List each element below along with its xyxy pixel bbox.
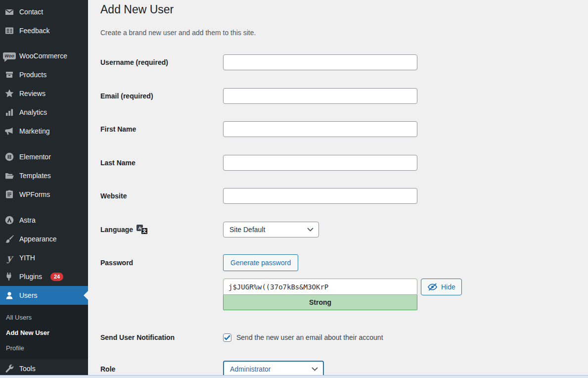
last-name-input[interactable] <box>223 155 417 171</box>
sidebar-item-marketing[interactable]: Marketing <box>0 122 88 141</box>
sidebar-item-label: Contact <box>19 8 43 16</box>
elementor-icon <box>4 152 14 162</box>
checkmark-icon <box>224 335 230 340</box>
password-input[interactable] <box>223 279 417 295</box>
sidebar-item-label: YITH <box>19 254 35 262</box>
folder-icon <box>4 171 14 181</box>
sidebar-item-analytics[interactable]: Analytics <box>0 103 88 122</box>
submenu-item-profile[interactable]: Profile <box>0 340 88 356</box>
username-label: Username (required) <box>100 58 223 66</box>
send-notification-checkbox[interactable] <box>223 333 231 342</box>
hide-password-button[interactable]: Hide <box>421 279 462 295</box>
chevron-down-icon <box>307 228 314 232</box>
email-input[interactable] <box>223 88 417 104</box>
sidebar-item-templates[interactable]: Templates <box>0 166 88 185</box>
send-notification-checkbox-label[interactable]: Send the new user an email about their a… <box>236 333 383 341</box>
submenu-item-all-users[interactable]: All Users <box>0 310 88 325</box>
sidebar-item-users[interactable]: Users <box>0 286 88 305</box>
sidebar-item-label: Feedback <box>19 27 49 35</box>
sidebar-item-label: Marketing <box>19 127 49 135</box>
sidebar-item-label: Users <box>19 291 38 299</box>
sidebar-item-label: Astra <box>19 216 36 224</box>
sidebar-item-label: Elementor <box>19 153 51 161</box>
paintbrush-icon <box>4 234 14 244</box>
megaphone-icon <box>4 126 14 136</box>
admin-sidebar: Contact Feedback Woo WooCommerce Product… <box>0 0 88 378</box>
submenu-item-add-new-user[interactable]: Add New User <box>0 325 88 340</box>
sidebar-item-products[interactable]: Products <box>0 65 88 84</box>
hide-button-label: Hide <box>441 283 455 291</box>
role-selected-value: Administrator <box>230 365 271 373</box>
sidebar-item-yith[interactable]: y YITH <box>0 248 88 267</box>
user-icon <box>4 290 14 300</box>
email-label: Email (required) <box>100 92 223 100</box>
page-title: Add New User <box>100 3 174 16</box>
sidebar-item-contact[interactable]: Contact <box>0 2 88 21</box>
wrench-icon <box>4 364 14 374</box>
eye-slash-icon <box>427 283 438 291</box>
translation-icon: A文 <box>136 225 148 235</box>
sidebar-item-label: Plugins <box>19 273 42 281</box>
language-label: LanguageA文 <box>100 225 223 235</box>
chevron-down-icon <box>312 367 318 371</box>
language-select[interactable]: Site Default <box>223 222 319 237</box>
website-label: Website <box>100 192 223 200</box>
sidebar-item-appearance[interactable]: Appearance <box>0 230 88 248</box>
username-input[interactable] <box>223 54 417 70</box>
main-content: Add New User Create a brand new user and… <box>88 0 588 378</box>
sidebar-item-label: Products <box>19 71 46 79</box>
users-submenu: All Users Add New User Profile <box>0 305 88 359</box>
sidebar-item-reviews[interactable]: Reviews <box>0 84 88 103</box>
sidebar-item-wpforms[interactable]: WPForms <box>0 185 88 204</box>
sidebar-item-label: Reviews <box>19 90 45 97</box>
send-user-notification-label: Send User Notification <box>100 333 223 341</box>
yith-icon: y <box>4 253 14 263</box>
bar-chart-icon <box>4 107 14 117</box>
sidebar-item-astra[interactable]: Astra <box>0 211 88 230</box>
sidebar-item-label: Templates <box>19 172 51 180</box>
website-input[interactable] <box>223 188 417 204</box>
page-subtitle: Create a brand new user and add them to … <box>100 29 256 37</box>
password-field-group: Strong <box>223 279 417 310</box>
sidebar-item-elementor[interactable]: Elementor <box>0 147 88 166</box>
feedback-form-icon <box>4 26 14 36</box>
astra-icon <box>4 215 14 225</box>
sidebar-item-woocommerce[interactable]: Woo WooCommerce <box>0 47 88 65</box>
sidebar-item-feedback[interactable]: Feedback <box>0 21 88 40</box>
box-icon <box>4 70 14 80</box>
first-name-input[interactable] <box>223 121 417 137</box>
window-bottom-edge <box>0 375 588 378</box>
plugins-update-badge: 24 <box>50 273 63 281</box>
password-strength-indicator: Strong <box>223 295 417 310</box>
clipboard-form-icon <box>4 189 14 199</box>
last-name-label: Last Name <box>100 159 223 167</box>
password-label: Password <box>100 259 223 267</box>
star-icon <box>4 89 14 98</box>
plug-icon <box>4 272 14 282</box>
sidebar-item-label: Analytics <box>19 108 47 116</box>
role-label: Role <box>100 365 223 373</box>
generate-password-button[interactable]: Generate password <box>223 254 298 271</box>
sidebar-item-plugins[interactable]: Plugins 24 <box>0 267 88 286</box>
sidebar-item-label: Appearance <box>19 235 57 243</box>
language-selected-value: Site Default <box>229 226 265 234</box>
envelope-icon <box>4 7 14 17</box>
woocommerce-icon: Woo <box>4 51 14 61</box>
sidebar-item-label: WPForms <box>19 190 50 198</box>
first-name-label: First Name <box>100 125 223 133</box>
sidebar-item-label: WooCommerce <box>19 52 67 60</box>
sidebar-item-label: Tools <box>19 365 36 373</box>
